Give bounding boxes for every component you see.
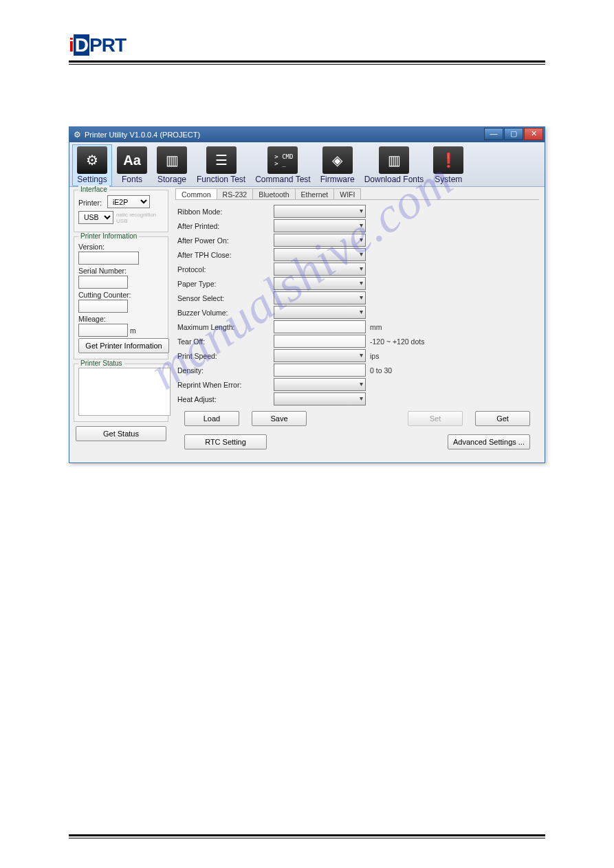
tab-function-test-label: Function Test <box>197 175 245 184</box>
logo-prt: PRT <box>89 34 126 56</box>
heat-adjust-label: Heat Adjust: <box>177 395 274 403</box>
paper-type-select[interactable] <box>274 277 366 290</box>
logo-d: D <box>74 34 89 56</box>
max-length-label: Maximum Length: <box>177 323 274 331</box>
download-icon: ▥ <box>379 146 409 174</box>
subtab-rs232[interactable]: RS-232 <box>217 188 254 199</box>
tab-storage-label: Storage <box>157 175 186 184</box>
tab-settings-label: Settings <box>77 175 107 184</box>
protocol-select[interactable] <box>274 263 366 276</box>
serial-label: Serial Number: <box>78 267 127 275</box>
footer-rule-thick <box>69 834 545 836</box>
get-button[interactable]: Get <box>475 411 530 426</box>
tab-settings[interactable]: ⚙ Settings <box>72 144 112 186</box>
max-length-unit: mm <box>370 323 382 331</box>
list-icon: ☰ <box>206 146 237 174</box>
window-title: Printer Utility V1.0.0.4 (PROJECT) <box>85 131 200 139</box>
set-button[interactable]: Set <box>408 411 463 426</box>
interface-group-title: Interface <box>78 186 109 193</box>
after-tph-close-select[interactable] <box>274 248 366 261</box>
reprint-error-select[interactable] <box>274 378 366 391</box>
maximize-button[interactable]: ▢ <box>504 128 523 140</box>
density-range: 0 to 30 <box>370 366 392 375</box>
print-speed-select[interactable] <box>274 349 366 362</box>
subtab-ethernet[interactable]: Ethernet <box>295 188 335 199</box>
sensor-select-select[interactable] <box>274 291 366 304</box>
tab-fonts[interactable]: Aa Fonts <box>112 144 152 186</box>
tear-off-label: Tear Off: <box>177 337 274 346</box>
ribbon-mode-label: Ribbon Mode: <box>177 208 274 216</box>
protocol-label: Protocol: <box>177 265 274 274</box>
density-field[interactable] <box>274 364 366 377</box>
port-select[interactable]: USB <box>78 211 113 224</box>
logo-i: i <box>69 34 74 56</box>
tab-system[interactable]: ❗ System <box>428 144 468 186</box>
printer-info-title: Printer Information <box>78 232 139 240</box>
header-rule-thick <box>69 60 545 63</box>
printer-status-title: Printer Status <box>78 359 124 367</box>
rtc-setting-button[interactable]: RTC Setting <box>184 434 267 449</box>
tab-download-fonts[interactable]: ▥ Download Fonts <box>360 144 429 186</box>
subtab-wifi[interactable]: WIFI <box>333 188 361 199</box>
tab-system-label: System <box>435 175 462 184</box>
subtab-bluetooth[interactable]: Bluetooth <box>252 188 295 199</box>
tab-download-fonts-label: Download Fonts <box>364 175 424 184</box>
interface-group: Interface Printer: iE2P USB natic recogn… <box>74 190 168 232</box>
ribbon-mode-select[interactable] <box>274 205 366 218</box>
tab-command-test-label: Command Test <box>255 175 310 184</box>
printer-status-group: Printer Status <box>74 364 168 422</box>
printer-info-group: Printer Information Version: Serial Numb… <box>74 236 168 359</box>
tab-firmware-label: Firmware <box>320 175 355 184</box>
printer-select[interactable]: iE2P <box>107 195 150 208</box>
logo: iDPRT <box>69 34 545 56</box>
density-label: Density: <box>177 366 274 375</box>
minimize-button[interactable]: — <box>484 128 503 140</box>
main-panel: Common RS-232 Bluetooth Ethernet WIFI Ri… <box>173 187 545 463</box>
buzzer-volume-label: Buzzer Volume: <box>177 309 274 317</box>
tab-firmware[interactable]: ◈ Firmware <box>316 144 360 186</box>
tab-function-test[interactable]: ☰ Function Test <box>192 144 250 186</box>
tear-off-field[interactable] <box>274 335 366 348</box>
main-toolbar: ⚙ Settings Aa Fonts ▥ Storage ☰ Function… <box>69 142 545 187</box>
paper-type-label: Paper Type: <box>177 280 274 288</box>
tab-command-test[interactable]: > CMD > _ Command Test <box>250 144 315 186</box>
heat-adjust-select[interactable] <box>274 392 366 405</box>
max-length-field[interactable] <box>274 320 366 333</box>
reprint-error-label: Reprint When Error: <box>177 381 274 389</box>
get-printer-info-button[interactable]: Get Printer Information <box>78 338 169 353</box>
get-status-button[interactable]: Get Status <box>76 426 166 441</box>
buzzer-volume-select[interactable] <box>274 306 366 319</box>
printer-label: Printer: <box>78 199 107 207</box>
chip-icon: ◈ <box>322 146 353 174</box>
after-power-on-select[interactable] <box>274 234 366 247</box>
print-speed-label: Print Speed: <box>177 352 274 360</box>
save-button[interactable]: Save <box>252 411 307 426</box>
gear-icon: ⚙ <box>77 146 107 174</box>
common-tab-body: Ribbon Mode: After Printed: After Power … <box>175 200 539 458</box>
auto-recognition-label: natic recognition USB <box>116 212 164 224</box>
subtab-common[interactable]: Common <box>175 188 217 199</box>
after-printed-select[interactable] <box>274 219 366 232</box>
load-button[interactable]: Load <box>184 411 239 426</box>
cutting-label: Cutting Counter: <box>78 291 131 299</box>
advanced-settings-button[interactable]: Advanced Settings ... <box>448 434 530 449</box>
tab-fonts-label: Fonts <box>122 175 142 184</box>
tab-storage[interactable]: ▥ Storage <box>152 144 192 186</box>
app-window: ⚙ Printer Utility V1.0.0.4 (PROJECT) — ▢… <box>69 126 545 463</box>
serial-field[interactable] <box>78 276 128 289</box>
mileage-label: Mileage: <box>78 315 106 323</box>
left-sidebar: Interface Printer: iE2P USB natic recogn… <box>69 187 173 463</box>
version-field[interactable] <box>78 252 139 265</box>
close-button[interactable]: ✕ <box>524 128 543 140</box>
footer-rule-thin <box>69 838 545 838</box>
mileage-field[interactable] <box>78 324 128 337</box>
tear-off-range: -120 ~ +120 dots <box>370 337 424 346</box>
sub-tabs: Common RS-232 Bluetooth Ethernet WIFI <box>175 188 539 200</box>
cmd-icon: > CMD > _ <box>267 146 298 174</box>
alert-icon: ❗ <box>433 146 463 174</box>
fonts-icon: Aa <box>117 146 147 174</box>
after-power-on-label: After Power On: <box>177 236 274 245</box>
cutting-field[interactable] <box>78 300 128 313</box>
after-printed-label: After Printed: <box>177 222 274 230</box>
title-bar[interactable]: ⚙ Printer Utility V1.0.0.4 (PROJECT) — ▢… <box>69 127 545 142</box>
